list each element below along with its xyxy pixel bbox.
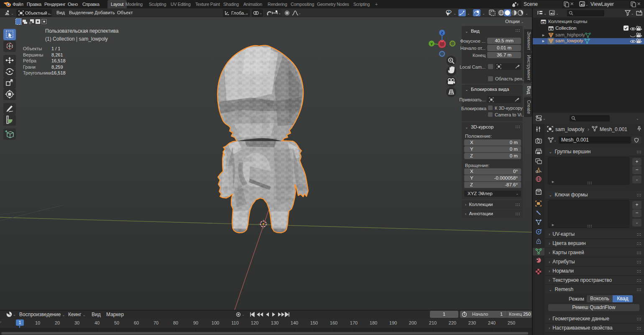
svg-text:Y: Y [430,42,433,46]
svg-text:Z: Z [441,31,443,35]
